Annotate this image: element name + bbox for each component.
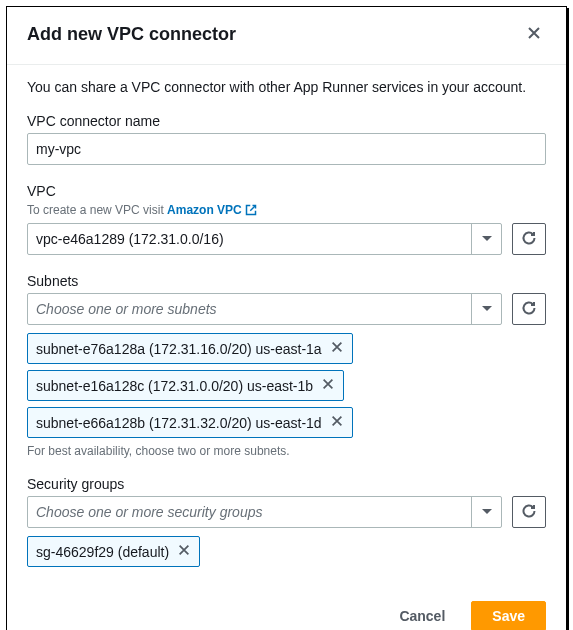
close-icon: [330, 414, 344, 431]
security-groups-placeholder: Choose one or more security groups: [36, 504, 262, 520]
security-groups-refresh-button[interactable]: [512, 496, 546, 528]
subnet-token-label: subnet-e66a128b (172.31.32.0/20) us-east…: [36, 415, 322, 431]
vpc-connector-name-input[interactable]: [27, 133, 546, 165]
subnet-token: subnet-e16a128c (172.31.0.0/20) us-east-…: [27, 370, 344, 401]
remove-subnet-button[interactable]: [328, 412, 346, 433]
subnets-help: For best availability, choose two or mor…: [27, 444, 546, 458]
amazon-vpc-link[interactable]: Amazon VPC: [167, 203, 242, 217]
security-groups-field: Security groups Choose one or more secur…: [27, 476, 546, 567]
close-icon: [321, 377, 335, 394]
close-button[interactable]: [522, 21, 546, 48]
sg-tokens: sg-46629f29 (default): [27, 536, 546, 567]
field-label: Subnets: [27, 273, 546, 289]
save-button[interactable]: Save: [471, 601, 546, 630]
security-groups-select[interactable]: Choose one or more security groups: [27, 496, 502, 528]
remove-subnet-button[interactable]: [328, 338, 346, 359]
vpc-select-value: vpc-e46a1289 (172.31.0.0/16): [36, 231, 224, 247]
field-label: VPC: [27, 183, 546, 199]
close-icon: [177, 543, 191, 560]
subnet-token: subnet-e76a128a (172.31.16.0/20) us-east…: [27, 333, 353, 364]
subnet-token: subnet-e66a128b (172.31.32.0/20) us-east…: [27, 407, 353, 438]
vpc-hint: To create a new VPC visit Amazon VPC: [27, 203, 546, 217]
subnet-token-label: subnet-e76a128a (172.31.16.0/20) us-east…: [36, 341, 322, 357]
subnets-field: Subnets Choose one or more subnets: [27, 273, 546, 458]
caret-down-icon: [471, 224, 501, 254]
refresh-icon: [521, 300, 537, 319]
modal-title: Add new VPC connector: [27, 24, 236, 45]
vpc-field: VPC To create a new VPC visit Amazon VPC…: [27, 183, 546, 255]
caret-down-icon: [471, 497, 501, 527]
sg-token-label: sg-46629f29 (default): [36, 544, 169, 560]
external-link-icon: [245, 204, 257, 216]
add-vpc-connector-modal: Add new VPC connector You can share a VP…: [6, 6, 567, 630]
field-label: Security groups: [27, 476, 546, 492]
vpc-connector-name-field: VPC connector name: [27, 113, 546, 165]
subnet-token-label: subnet-e16a128c (172.31.0.0/20) us-east-…: [36, 378, 313, 394]
close-icon: [526, 25, 542, 44]
subnets-select[interactable]: Choose one or more subnets: [27, 293, 502, 325]
modal-description: You can share a VPC connector with other…: [27, 79, 546, 95]
subnets-placeholder: Choose one or more subnets: [36, 301, 217, 317]
remove-sg-button[interactable]: [175, 541, 193, 562]
vpc-select[interactable]: vpc-e46a1289 (172.31.0.0/16): [27, 223, 502, 255]
subnet-tokens: subnet-e76a128a (172.31.16.0/20) us-east…: [27, 333, 546, 438]
remove-subnet-button[interactable]: [319, 375, 337, 396]
refresh-icon: [521, 230, 537, 249]
cancel-button[interactable]: Cancel: [383, 602, 461, 630]
sg-token: sg-46629f29 (default): [27, 536, 200, 567]
caret-down-icon: [471, 294, 501, 324]
field-label: VPC connector name: [27, 113, 546, 129]
modal-body: You can share a VPC connector with other…: [7, 65, 566, 589]
subnets-refresh-button[interactable]: [512, 293, 546, 325]
vpc-refresh-button[interactable]: [512, 223, 546, 255]
close-icon: [330, 340, 344, 357]
modal-header: Add new VPC connector: [7, 7, 566, 65]
modal-footer: Cancel Save: [7, 589, 566, 630]
refresh-icon: [521, 503, 537, 522]
